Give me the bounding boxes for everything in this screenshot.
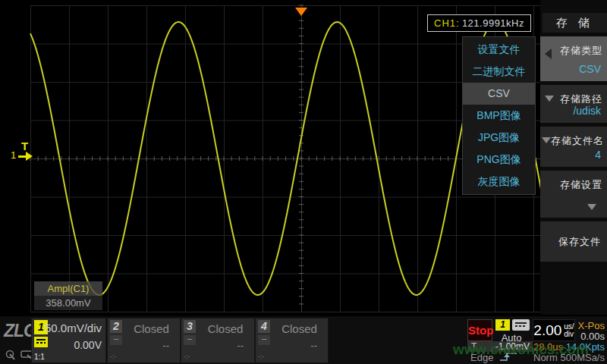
rising-edge-icon bbox=[498, 350, 519, 362]
touch-gesture-icon[interactable] bbox=[5, 350, 17, 361]
channel1-scale: 50.0mV/div bbox=[45, 322, 102, 334]
measurement-label: Ampl(C1) bbox=[34, 281, 102, 296]
section-label: 存储文件名 bbox=[551, 134, 604, 148]
channel3-badge: 3 bbox=[184, 320, 196, 333]
storage-side-panel: 存 储 存储类型 CSV 存储路径 /udisk 存储文件名 4 存储设置 保存… bbox=[540, 0, 607, 315]
section-label: 存储类型 bbox=[560, 44, 602, 58]
storage-type-dropdown: 设置文件 二进制文件 CSV BMP图像 JPG图像 PNG图像 灰度图像 bbox=[462, 36, 536, 195]
coupling-dash-icon: – bbox=[110, 335, 122, 345]
freq-value: 121.9991kHz bbox=[462, 17, 524, 29]
channel3-block[interactable]: 3 Closed – -- -:- bbox=[181, 318, 255, 363]
channel1-block[interactable]: 1 50.0mV/div 0.00V 1:1 bbox=[31, 318, 106, 363]
trigger-source-badge[interactable]: 1 bbox=[495, 319, 510, 331]
channel4-time: -:- bbox=[258, 353, 265, 360]
section-value: CSV bbox=[579, 63, 601, 75]
channel3-value: -- bbox=[237, 340, 244, 351]
section-storage-type[interactable]: 存储类型 CSV bbox=[540, 36, 607, 81]
menu-item-csv[interactable]: CSV bbox=[463, 83, 535, 105]
menu-item-jpg-image[interactable]: JPG图像 bbox=[463, 127, 535, 149]
ch1-trigger-level-marker[interactable]: T 1 bbox=[9, 140, 36, 165]
oscilloscope-screen: T 1 CH1: 121.9991kHz Ampl(C1) 358.00mV 设… bbox=[0, 0, 607, 364]
run-state-indicator[interactable]: Stop bbox=[467, 319, 492, 341]
menu-item-bmp-image[interactable]: BMP图像 bbox=[463, 105, 535, 127]
channel4-block[interactable]: 4 Closed – -- -:- bbox=[255, 318, 329, 363]
section-save-file[interactable]: 保存文件 bbox=[540, 221, 607, 262]
section-storage-settings[interactable]: 存储设置 bbox=[540, 171, 607, 218]
trigger-t: T bbox=[471, 341, 476, 352]
freq-channel-label: CH1: bbox=[434, 17, 460, 29]
bottom-status-bar: ZLG® 1 50.0mV/div 0.00V 1:1 2 Closed – -… bbox=[0, 315, 607, 364]
coupling-dash-icon: – bbox=[184, 335, 196, 345]
channel2-status: Closed bbox=[123, 322, 180, 335]
marker-arrow-icon bbox=[18, 155, 26, 158]
channel4-status: Closed bbox=[271, 322, 328, 335]
trigger-coupling-icon[interactable] bbox=[512, 319, 530, 331]
trigger-position-marker-icon[interactable] bbox=[295, 8, 307, 16]
channel1-marker-label: 1 bbox=[11, 149, 16, 161]
arrow-left-icon bbox=[545, 49, 552, 59]
menu-item-png-image[interactable]: PNG图像 bbox=[463, 149, 535, 171]
dc-coupling-icon bbox=[34, 337, 48, 347]
channel3-status: Closed bbox=[197, 322, 254, 335]
menu-item-binary-file[interactable]: 二进制文件 bbox=[463, 61, 535, 83]
menu-item-gray-image[interactable]: 灰度图像 bbox=[463, 171, 535, 193]
measurement-value: 358.00mV bbox=[34, 296, 102, 310]
section-value: /udisk bbox=[573, 105, 601, 117]
trigger-type-label: Edge bbox=[470, 352, 493, 363]
section-value: 4 bbox=[595, 149, 601, 161]
timebase-value: 2.00 bbox=[533, 322, 561, 339]
sweep-mode-label: Norm bbox=[533, 352, 558, 363]
channel4-badge: 4 bbox=[258, 320, 270, 333]
acquisition-window: 28.0us bbox=[533, 341, 563, 353]
acquisition-points: 14.0Kpts bbox=[566, 341, 605, 353]
arrow-down-icon bbox=[587, 204, 596, 210]
section-storage-path[interactable]: 存储路径 /udisk bbox=[540, 85, 607, 123]
section-label: 保存文件 bbox=[558, 235, 601, 249]
channel2-block[interactable]: 2 Closed – -- -:- bbox=[107, 318, 181, 363]
channel1-offset: 0.00V bbox=[74, 339, 102, 351]
sample-rate-label: 500MSa/s bbox=[560, 352, 605, 363]
timebase-readout[interactable]: 2.00 us/ div bbox=[533, 319, 575, 341]
coupling-dash-icon: – bbox=[258, 335, 270, 345]
timebase-unit: us/ div bbox=[564, 323, 574, 338]
xpos-label: X-Pos bbox=[578, 320, 605, 331]
ch1-frequency-readout: CH1: 121.9991kHz bbox=[427, 14, 531, 32]
channel3-time: -:- bbox=[184, 353, 190, 360]
channel2-value: -- bbox=[162, 340, 169, 351]
section-storage-filename[interactable]: 存储文件名 4 bbox=[540, 127, 607, 167]
menu-item-settings-file[interactable]: 设置文件 bbox=[463, 39, 535, 61]
channel1-probe-ratio: 1:1 bbox=[34, 353, 45, 361]
xpos-value: 0.00s bbox=[580, 331, 605, 342]
marker-arrowhead-icon bbox=[26, 152, 33, 161]
panel-title: 存 储 bbox=[543, 13, 607, 33]
arrow-down-icon bbox=[542, 137, 551, 143]
section-label: 存储设置 bbox=[560, 178, 602, 192]
channel2-time: -:- bbox=[110, 353, 117, 360]
channel2-badge: 2 bbox=[110, 320, 122, 333]
arrow-down-icon bbox=[545, 96, 554, 102]
measurement-overlay: Ampl(C1) 358.00mV bbox=[34, 281, 102, 310]
trigger-t-label: T bbox=[21, 140, 28, 152]
channel4-value: -- bbox=[310, 340, 317, 351]
